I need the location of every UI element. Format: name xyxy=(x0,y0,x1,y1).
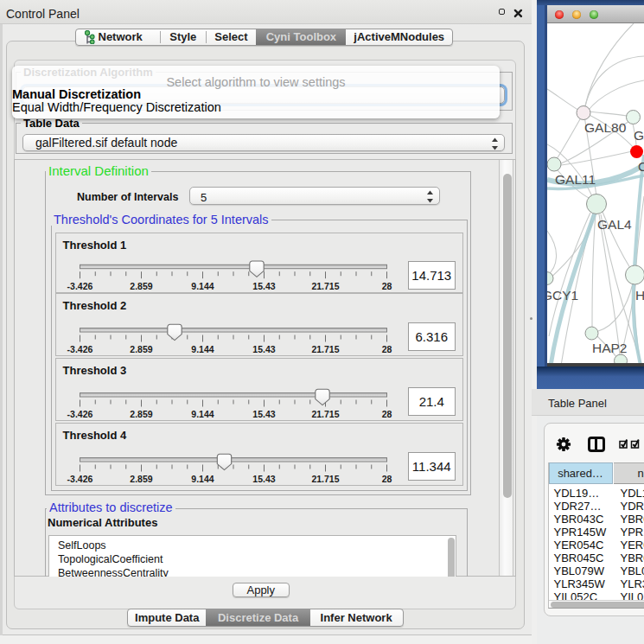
svg-text:28: 28 xyxy=(381,474,392,484)
svg-text:2.859: 2.859 xyxy=(130,409,152,419)
svg-text:GAL4: GAL4 xyxy=(597,217,632,232)
svg-text:2.859: 2.859 xyxy=(130,474,152,484)
svg-text:9.144: 9.144 xyxy=(191,344,214,354)
svg-text:-3.426: -3.426 xyxy=(67,280,92,290)
svg-text:21.715: 21.715 xyxy=(311,474,339,484)
svg-text:2.859: 2.859 xyxy=(130,280,152,290)
svg-text:28: 28 xyxy=(381,280,392,290)
svg-text:GAL11: GAL11 xyxy=(555,172,596,187)
svg-text:C: C xyxy=(638,159,644,174)
svg-text:9.144: 9.144 xyxy=(191,474,214,484)
svg-text:H: H xyxy=(635,288,644,303)
svg-text:28: 28 xyxy=(381,344,392,354)
svg-text:9.144: 9.144 xyxy=(191,409,214,419)
svg-text:9.144: 9.144 xyxy=(191,280,214,290)
svg-text:HAP2: HAP2 xyxy=(592,341,628,355)
svg-text:28: 28 xyxy=(381,409,392,419)
svg-text:-3.426: -3.426 xyxy=(67,344,92,354)
svg-text:GAL80: GAL80 xyxy=(584,120,627,135)
svg-text:15.43: 15.43 xyxy=(252,409,275,419)
svg-text:2.859: 2.859 xyxy=(130,344,152,354)
svg-text:21.715: 21.715 xyxy=(311,409,339,419)
svg-text:-3.426: -3.426 xyxy=(67,409,92,419)
svg-text:GCY1: GCY1 xyxy=(547,288,578,303)
svg-text:15.43: 15.43 xyxy=(252,474,275,484)
svg-text:15.43: 15.43 xyxy=(252,344,275,354)
svg-text:21.715: 21.715 xyxy=(311,344,339,354)
svg-text:-3.426: -3.426 xyxy=(67,474,92,484)
svg-text:15.43: 15.43 xyxy=(252,280,275,290)
svg-text:GA: GA xyxy=(634,128,644,143)
svg-text:21.715: 21.715 xyxy=(311,280,339,290)
